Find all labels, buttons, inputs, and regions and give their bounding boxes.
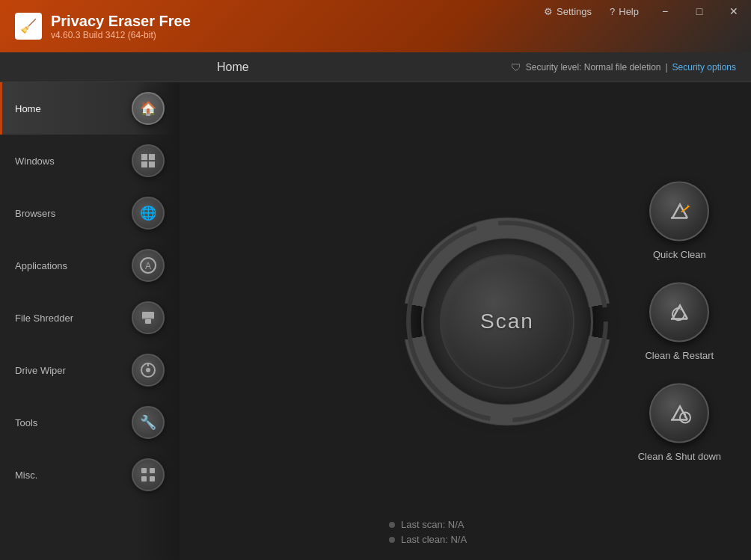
tools-icon: 🔧 <box>132 406 165 439</box>
svg-rect-0 <box>141 154 147 160</box>
sidebar-item-browsers[interactable]: Browsers 🌐 <box>0 187 180 239</box>
svg-rect-1 <box>149 154 155 160</box>
last-clean-label: Last clean: N/A <box>401 534 467 545</box>
svg-point-16 <box>408 223 606 420</box>
content-area: Scan Quick Clean <box>180 82 751 560</box>
svg-text:A: A <box>145 261 151 271</box>
sidebar-label-drive-wiper: Drive Wiper <box>15 365 66 376</box>
quick-clean-circle <box>649 181 709 241</box>
close-button[interactable]: ✕ <box>717 0 751 22</box>
clean-shutdown-button[interactable]: Clean & Shut down <box>638 383 721 461</box>
svg-rect-13 <box>150 468 155 473</box>
security-info: 🛡 Security level: Normal file deletion |… <box>511 61 736 73</box>
sidebar-item-windows[interactable]: Windows <box>0 135 180 187</box>
globe-icon: 🌐 <box>132 197 165 230</box>
svg-rect-15 <box>150 476 155 481</box>
help-label: Help <box>619 6 639 17</box>
clean-restart-circle <box>649 282 709 342</box>
shield-icon: 🛡 <box>511 61 521 73</box>
maximize-button[interactable]: □ <box>682 0 717 22</box>
settings-button[interactable]: ⚙ Settings <box>536 3 599 20</box>
clean-shutdown-label: Clean & Shut down <box>638 450 721 461</box>
pipe-separator: | <box>665 62 667 73</box>
quick-clean-label: Quick Clean <box>653 248 706 259</box>
sidebar: Home 🏠 Windows Browsers 🌐 Applications <box>0 82 180 560</box>
last-scan-dot <box>389 522 395 528</box>
svg-rect-8 <box>142 318 154 319</box>
sidebar-item-misc[interactable]: Misc. <box>0 449 180 501</box>
svg-rect-3 <box>149 161 155 167</box>
windows-icon <box>132 144 165 177</box>
svg-rect-7 <box>145 319 151 324</box>
gear-icon: ⚙ <box>544 6 553 17</box>
top-menu: ⚙ Settings ? Help <box>536 0 646 22</box>
svg-rect-2 <box>141 161 147 167</box>
sidebar-item-tools[interactable]: Tools 🔧 <box>0 396 180 449</box>
security-options-link[interactable]: Security options <box>672 62 736 73</box>
sidebar-label-misc: Misc. <box>15 470 37 481</box>
sidebar-label-home: Home <box>15 103 41 114</box>
sidebar-label-tools: Tools <box>15 417 37 428</box>
drive-icon <box>132 354 165 387</box>
settings-label: Settings <box>557 6 592 17</box>
clean-restart-label: Clean & Restart <box>645 349 714 360</box>
sidebar-item-home[interactable]: Home 🏠 <box>0 82 180 135</box>
titlebar: 🧹 Privacy Eraser Free v4.60.3 Build 3412… <box>0 0 751 52</box>
scan-container: Scan <box>402 217 612 426</box>
svg-rect-14 <box>141 476 147 481</box>
last-scan-item: Last scan: N/A <box>389 519 467 530</box>
misc-icon <box>132 458 165 491</box>
clean-shutdown-circle <box>649 383 709 443</box>
sidebar-label-file-shredder: File Shredder <box>15 313 73 324</box>
help-button[interactable]: ? Help <box>602 3 646 20</box>
sidebar-label-browsers: Browsers <box>15 208 55 219</box>
last-scan-label: Last scan: N/A <box>401 519 465 530</box>
svg-rect-12 <box>141 468 147 473</box>
sidebar-label-applications: Applications <box>15 260 67 271</box>
statusbar: Last scan: N/A Last clean: N/A <box>389 519 467 545</box>
question-icon: ? <box>610 6 615 17</box>
sidebar-item-drive-wiper[interactable]: Drive Wiper <box>0 344 180 396</box>
svg-point-10 <box>146 368 150 372</box>
last-clean-item: Last clean: N/A <box>389 534 467 545</box>
toolbar: Home 🛡 Security level: Normal file delet… <box>0 52 751 82</box>
app-logo: 🧹 <box>15 13 42 40</box>
last-clean-dot <box>389 537 395 543</box>
home-icon: 🏠 <box>132 92 165 125</box>
clean-restart-button[interactable]: Clean & Restart <box>645 282 714 360</box>
sidebar-label-windows: Windows <box>15 156 55 167</box>
sidebar-item-applications[interactable]: Applications A <box>0 239 180 292</box>
security-level-text: Security level: Normal file deletion <box>526 62 661 73</box>
quick-clean-button[interactable]: Quick Clean <box>649 181 709 259</box>
app-version: v4.60.3 Build 3412 (64-bit) <box>51 30 191 40</box>
shredder-icon <box>132 301 165 334</box>
action-buttons: Quick Clean Clean & Restart <box>638 181 721 461</box>
title-text: Privacy Eraser Free v4.60.3 Build 3412 (… <box>51 13 191 40</box>
applications-icon: A <box>132 249 165 282</box>
logo-area: 🧹 Privacy Eraser Free v4.60.3 Build 3412… <box>0 13 206 40</box>
window-controls: − □ ✕ <box>648 0 751 22</box>
app-name: Privacy Eraser Free <box>51 13 191 30</box>
scan-outer-ring: Scan <box>402 217 612 426</box>
main-area: Home 🏠 Windows Browsers 🌐 Applications <box>0 82 751 560</box>
sidebar-item-file-shredder[interactable]: File Shredder <box>0 292 180 344</box>
minimize-button[interactable]: − <box>648 0 682 22</box>
page-title: Home <box>217 61 249 74</box>
